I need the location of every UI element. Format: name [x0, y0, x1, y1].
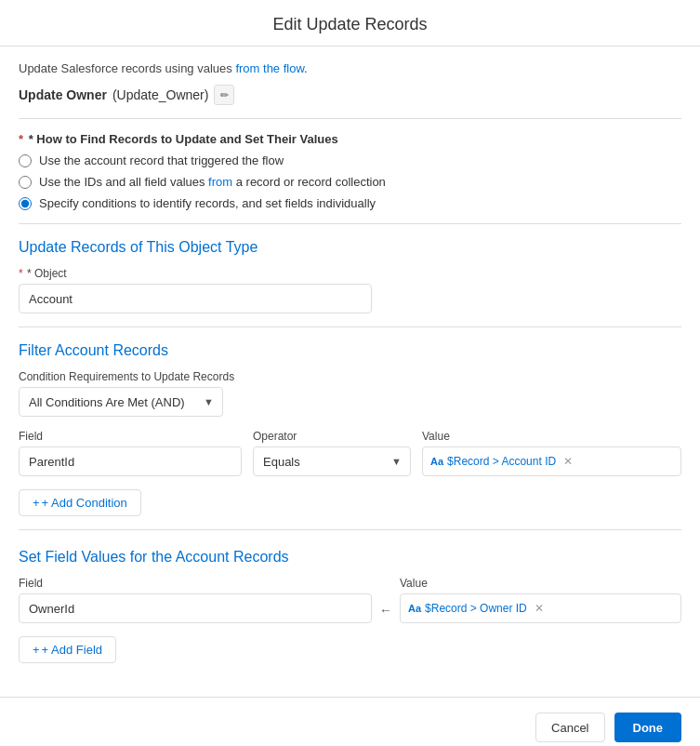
radio-option-3[interactable]: Specify conditions to identify records, … — [19, 196, 681, 210]
condition-req-select-wrapper: All Conditions Are Met (AND) Any Conditi… — [19, 387, 223, 417]
add-condition-button[interactable]: + + Add Condition — [19, 489, 141, 516]
set-field-label: Field — [19, 577, 372, 590]
value-text: $Record > Account ID — [447, 455, 556, 468]
done-button[interactable]: Done — [614, 713, 682, 742]
how-to-find-section: * * How to Find Records to Update and Se… — [19, 132, 681, 210]
value-type-icon: Aa — [430, 456, 443, 467]
edit-update-owner-button[interactable]: ✏ — [214, 85, 234, 105]
divider-4 — [19, 529, 681, 530]
set-value-field[interactable]: Aa $Record > Owner ID ✕ — [400, 593, 681, 623]
page-header: Edit Update Records — [0, 0, 700, 47]
set-value-text: $Record > Owner ID — [425, 602, 527, 615]
condition-req-label: Condition Requirements to Update Records — [19, 370, 681, 383]
radio-input-1[interactable] — [19, 154, 32, 167]
set-field-value-col: Value Aa $Record > Owner ID ✕ — [400, 577, 681, 623]
filter-heading: Filter Account Records — [19, 342, 681, 359]
object-field-label: * * Object — [19, 267, 681, 280]
add-field-plus-icon: + — [33, 643, 40, 657]
value-clear-icon[interactable]: ✕ — [563, 455, 573, 468]
divider-3 — [19, 326, 681, 327]
value-column: Value Aa $Record > Account ID ✕ — [422, 430, 681, 476]
field-column: Field — [19, 430, 242, 476]
set-field-input[interactable] — [19, 593, 372, 623]
set-fields-heading: Set Field Values for the Account Records — [19, 549, 681, 566]
from-record-link[interactable]: from — [208, 175, 232, 189]
radio-option-2[interactable]: Use the IDs and all field values from a … — [19, 175, 681, 189]
how-to-find-radio-group: Use the account record that triggered th… — [19, 153, 681, 210]
cancel-button[interactable]: Cancel — [535, 713, 604, 742]
add-field-label: + Add Field — [42, 643, 102, 657]
condition-row: Field Operator Equals Not Equal To Great… — [19, 430, 681, 476]
condition-req-select[interactable]: All Conditions Are Met (AND) Any Conditi… — [19, 387, 223, 417]
value-col-label: Value — [422, 430, 681, 443]
add-condition-label: + Add Condition — [42, 496, 127, 510]
how-to-find-label: * * How to Find Records to Update and Se… — [19, 132, 681, 146]
set-field-row: Field ← Value Aa $Record > Owner ID ✕ — [19, 577, 681, 623]
set-fields-section: Set Field Values for the Account Records… — [19, 549, 681, 663]
update-owner-title: Update Owner (Update_Owner) ✏ — [19, 85, 681, 105]
operator-column: Operator Equals Not Equal To Greater Tha… — [253, 430, 411, 476]
arrow-icon: ← — [379, 603, 392, 618]
divider-2 — [19, 223, 681, 224]
object-input[interactable] — [19, 284, 372, 313]
update-records-section: Update Records of This Object Type * * O… — [19, 239, 681, 313]
operator-select-wrapper: Equals Not Equal To Greater Than Less Th… — [253, 446, 411, 476]
update-records-heading: Update Records of This Object Type — [19, 239, 681, 256]
set-value-clear-icon[interactable]: ✕ — [535, 602, 544, 615]
add-condition-plus-icon: + — [33, 496, 40, 510]
description: Update Salesforce records using values f… — [19, 61, 681, 75]
radio-input-2[interactable] — [19, 176, 32, 189]
set-field-field-col: Field — [19, 577, 372, 623]
operator-select[interactable]: Equals Not Equal To Greater Than Less Th… — [253, 446, 411, 476]
field-col-label: Field — [19, 430, 242, 443]
radio-option-1[interactable]: Use the account record that triggered th… — [19, 153, 681, 167]
from-flow-link[interactable]: from the flow — [235, 61, 304, 75]
field-input[interactable] — [19, 446, 242, 476]
divider-1 — [19, 118, 681, 119]
footer-actions: Cancel Done — [0, 697, 700, 746]
radio-input-3[interactable] — [19, 197, 32, 210]
set-value-type-icon: Aa — [408, 603, 421, 614]
value-field[interactable]: Aa $Record > Account ID ✕ — [422, 446, 681, 476]
filter-section: Filter Account Records Condition Require… — [19, 342, 681, 516]
set-value-label: Value — [400, 577, 681, 590]
add-field-button[interactable]: + + Add Field — [19, 636, 116, 663]
operator-col-label: Operator — [253, 430, 411, 443]
